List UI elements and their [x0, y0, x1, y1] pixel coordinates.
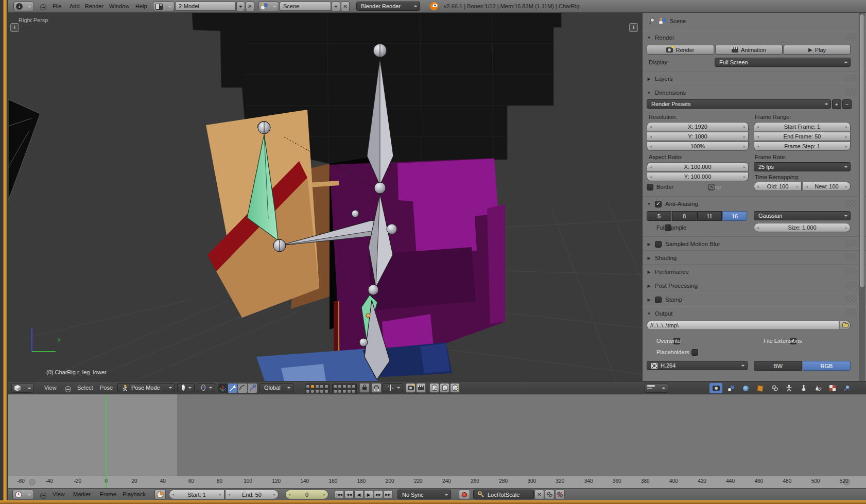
section-stamp[interactable]: ▶Stamp — [643, 294, 859, 305]
pivot-point-dropdown[interactable] — [197, 383, 215, 392]
remap-old-field[interactable]: Old: 100 — [754, 182, 802, 191]
section-render[interactable]: ▼Render — [643, 32, 859, 43]
menu-render[interactable]: Render — [85, 3, 103, 9]
layer-toggle[interactable] — [315, 389, 319, 393]
menu-window[interactable]: Window — [109, 3, 129, 9]
menu-file[interactable]: File — [53, 3, 62, 9]
render-presets-dropdown[interactable]: Render Presets — [647, 99, 831, 109]
panel-drag-hatch[interactable] — [845, 296, 857, 303]
aa-size-field[interactable]: Size: 1.000 — [754, 223, 851, 232]
pin-icon[interactable] — [648, 18, 655, 25]
editor-type-selector-3dview[interactable] — [11, 383, 34, 393]
section-shading[interactable]: ▶Shading — [643, 253, 859, 263]
tab-constraints[interactable] — [768, 383, 781, 393]
collapse-menus-icon[interactable] — [65, 386, 71, 392]
layer-toggle[interactable] — [338, 389, 342, 393]
wireframe-object-left[interactable] — [8, 99, 40, 201]
layer-toggle[interactable] — [352, 389, 356, 393]
section-sampled-motion-blur[interactable]: ▶Sampled Motion Blur — [643, 239, 859, 249]
panel-drag-hatch[interactable] — [845, 33, 857, 41]
motion-blur-checkbox[interactable] — [655, 241, 662, 248]
aa-samples-11-button[interactable]: 11 — [697, 211, 722, 221]
close-scene-button[interactable]: ✕ — [341, 2, 350, 11]
layer-toggle[interactable] — [347, 389, 351, 393]
panel-drag-hatch[interactable] — [845, 268, 857, 275]
transform-orientation-dropdown[interactable]: Global — [259, 383, 293, 392]
layer-toggle[interactable] — [315, 385, 319, 389]
frame-step-field[interactable]: Frame Step: 1 — [754, 142, 851, 151]
manipulator-translate-icon[interactable] — [228, 384, 237, 393]
resolution-x-field[interactable]: X: 1920 — [647, 122, 749, 131]
paste-pose-button[interactable]: ↘ — [440, 383, 449, 393]
menu-playback[interactable]: Playback — [123, 491, 146, 497]
menu-select[interactable]: Select — [77, 385, 93, 391]
auto-keyframe-button[interactable] — [459, 490, 470, 499]
layer-toggle[interactable] — [306, 389, 310, 393]
panel-drag-hatch[interactable] — [845, 240, 857, 247]
section-output[interactable]: ▼Output — [643, 308, 859, 319]
menu-frame[interactable]: Frame — [100, 491, 116, 497]
add-preset-button[interactable]: + — [832, 99, 841, 109]
file-format-dropdown[interactable]: H.264 — [647, 361, 748, 370]
section-dimensions[interactable]: ▼Dimensions — [643, 88, 859, 98]
layer-toggle-active[interactable] — [310, 385, 315, 389]
menu-marker[interactable]: Marker — [73, 491, 91, 497]
layer-buttons-group-1[interactable] — [305, 384, 330, 394]
tab-material[interactable] — [826, 383, 839, 393]
placeholders-checkbox[interactable] — [691, 349, 698, 356]
menu-view[interactable]: View — [53, 491, 65, 497]
layer-buttons-group-2[interactable] — [332, 384, 357, 394]
layer-toggle[interactable] — [310, 389, 315, 393]
lock-to-scene-button[interactable] — [359, 383, 370, 393]
viewport-shading-dropdown[interactable] — [177, 383, 195, 392]
menu-view[interactable]: View — [44, 385, 57, 391]
clear-keying-set-button[interactable]: ✕ — [534, 490, 544, 499]
collapse-menus-icon[interactable] — [40, 4, 46, 10]
end-frame-field[interactable]: End Frame: 50 — [754, 132, 851, 141]
aa-samples-5-button[interactable]: 5 — [647, 211, 671, 221]
toolshelf-expand-button[interactable]: + — [10, 23, 19, 32]
render-engine-dropdown[interactable]: Blender Render — [356, 2, 420, 11]
resolution-y-field[interactable]: Y: 1080 — [647, 132, 749, 141]
add-layout-button[interactable]: + — [236, 2, 245, 11]
render-button[interactable]: Render — [647, 45, 714, 55]
color-mode-bw-button[interactable]: BW — [754, 361, 802, 371]
sync-mode-dropdown[interactable]: No Sync — [397, 490, 451, 499]
copy-pose-button[interactable]: ↗ — [429, 383, 439, 393]
manipulator-axis-icon[interactable] — [218, 384, 228, 393]
section-anti-aliasing[interactable]: ▼ Anti-Aliasing — [643, 199, 859, 209]
output-path-field[interactable]: //..\..\..\tmp\ — [647, 321, 839, 330]
section-layers[interactable]: ▶Layers — [643, 74, 859, 84]
scene-name-field[interactable]: Scene — [280, 2, 331, 11]
editor-type-selector-timeline[interactable] — [12, 490, 34, 499]
timeline-ruler[interactable]: -60-40-200204060801001201401601802002202… — [8, 476, 866, 488]
add-scene-button[interactable]: + — [332, 2, 340, 11]
panel-drag-hatch[interactable] — [845, 200, 857, 207]
aspect-y-field[interactable]: Y: 100.000 — [647, 172, 749, 181]
play-button[interactable]: ▶ Play — [784, 45, 851, 55]
animation-button[interactable]: Animation — [715, 45, 783, 55]
start-frame-field[interactable]: Start Frame: 1 — [754, 122, 851, 131]
screen-layout-selector[interactable] — [153, 2, 175, 11]
stamp-checkbox[interactable] — [655, 297, 662, 303]
play-reverse-button[interactable]: ◀ — [354, 490, 363, 499]
layer-toggle[interactable] — [324, 385, 328, 389]
section-post-processing[interactable]: ▶Post Processing — [643, 281, 859, 291]
anti-aliasing-checkbox[interactable] — [655, 201, 662, 207]
layer-toggle[interactable] — [333, 385, 337, 389]
paste-flipped-pose-button[interactable]: ↙ — [450, 383, 460, 393]
tab-bone-constraints[interactable] — [811, 383, 824, 393]
use-preview-range-button[interactable] — [154, 490, 166, 499]
close-layout-button[interactable]: ✕ — [246, 2, 254, 11]
layer-toggle[interactable] — [320, 385, 324, 389]
jump-next-keyframe-button[interactable]: ▶▶ — [374, 490, 383, 499]
snap-toggle-button[interactable] — [371, 383, 382, 393]
layer-toggle[interactable] — [320, 389, 324, 393]
timeline-region[interactable]: -60-40-200204060801001201401601802002202… — [8, 394, 866, 488]
delete-keyframes-button[interactable] — [555, 490, 565, 499]
menu-help[interactable]: Help — [135, 3, 147, 9]
jump-prev-keyframe-button[interactable]: ◀◀ — [344, 490, 354, 499]
mode-dropdown[interactable]: Pose Mode — [117, 383, 175, 392]
remap-new-field[interactable]: New: 100 — [803, 182, 851, 191]
layer-toggle[interactable] — [333, 389, 337, 393]
